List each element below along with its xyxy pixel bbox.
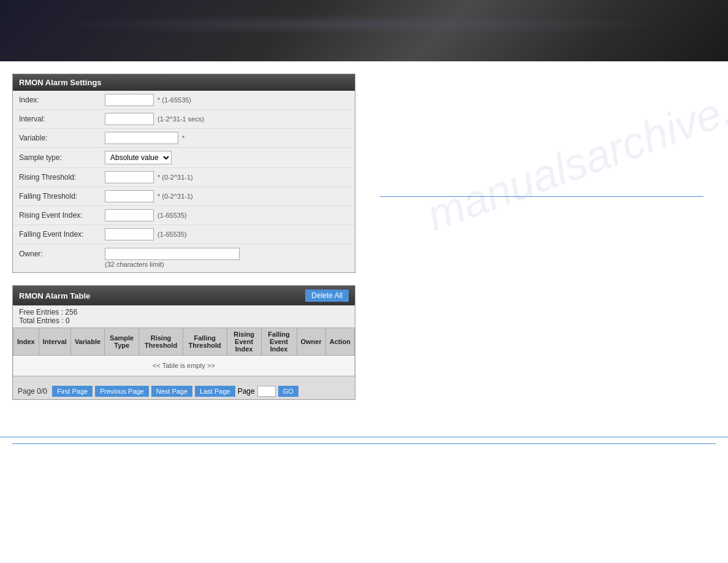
falling-event-index-label: Falling Event Index:: [19, 230, 105, 239]
rising-event-index-hint: (1-65535): [157, 212, 187, 219]
empty-row: << Table is empty >>: [13, 356, 355, 376]
index-row: Index: * (1-65535): [13, 91, 355, 110]
rising-threshold-hint: * (0-2^31-1): [157, 174, 193, 181]
col-falling-event-index: Falling Event Index: [261, 328, 297, 356]
rising-event-index-label: Rising Event Index:: [19, 211, 105, 220]
alarm-table-panel: RMON Alarm Table Delete All Free Entries…: [12, 285, 355, 400]
right-link-divider: [380, 196, 703, 197]
page-label: Page: [238, 387, 255, 396]
previous-page-button[interactable]: Previous Page: [95, 386, 149, 397]
owner-input[interactable]: [105, 248, 240, 260]
rising-threshold-row: Rising Threshold: * (0-2^31-1): [13, 168, 355, 187]
col-index: Index: [13, 328, 39, 356]
variable-input[interactable]: [105, 132, 178, 144]
table-header-row: Index Interval Variable Sample Type Risi…: [13, 328, 355, 356]
variable-row: Variable: *: [13, 129, 355, 148]
delete-all-button[interactable]: Delete All: [305, 289, 349, 302]
empty-message: << Table is empty >>: [13, 356, 355, 376]
col-owner: Owner: [297, 328, 325, 356]
alarm-table: Index Interval Variable Sample Type Risi…: [13, 327, 355, 376]
rising-threshold-input[interactable]: [105, 171, 154, 183]
col-variable: Variable: [70, 328, 104, 356]
falling-event-index-row: Falling Event Index: (1-65535): [13, 225, 355, 244]
first-page-button[interactable]: First Page: [52, 386, 93, 397]
watermark: manualsarchive.com: [420, 55, 728, 241]
falling-threshold-row: Falling Threshold: * (0-2^31-1): [13, 187, 355, 206]
sample-type-row: Sample type: Absolute value Delta value: [13, 148, 355, 168]
alarm-settings-panel: RMON Alarm Settings Index: * (1-65535) I…: [12, 74, 355, 273]
owner-row: Owner: (32 characters limit): [13, 244, 355, 272]
sample-type-select[interactable]: Absolute value Delta value: [105, 151, 172, 164]
falling-event-index-hint: (1-65535): [157, 231, 187, 238]
variable-hint: *: [182, 134, 184, 142]
right-panel: manualsarchive.com: [368, 74, 716, 400]
table-container: Index Interval Variable Sample Type Risi…: [13, 327, 355, 376]
rising-threshold-label: Rising Threshold:: [19, 173, 105, 182]
free-entries-info: Free Entries : 256 Total Entries : 0: [13, 305, 355, 327]
owner-label: Owner:: [19, 250, 105, 258]
header-banner: [0, 0, 728, 61]
alarm-settings-title: RMON Alarm Settings: [13, 74, 355, 91]
index-label: Index:: [19, 96, 105, 104]
interval-row: Interval: (1-2^31-1 secs): [13, 110, 355, 129]
page-number-input[interactable]: [257, 386, 276, 397]
next-page-button[interactable]: Next Page: [151, 386, 192, 397]
interval-input[interactable]: [105, 113, 154, 125]
index-hint: * (1-65535): [157, 96, 191, 104]
col-interval: Interval: [39, 328, 70, 356]
last-page-button[interactable]: Last Page: [195, 386, 235, 397]
alarm-settings-body: Index: * (1-65535) Interval: (1-2^31-1 s…: [13, 91, 355, 272]
rising-event-index-row: Rising Event Index: (1-65535): [13, 206, 355, 225]
sample-type-label: Sample type:: [19, 153, 105, 162]
alarm-table-title: RMON Alarm Table: [19, 291, 90, 301]
col-falling-threshold: Falling Threshold: [183, 328, 227, 356]
falling-event-index-input[interactable]: [105, 228, 154, 240]
left-panel: RMON Alarm Settings Index: * (1-65535) I…: [12, 74, 355, 400]
col-action: Action: [325, 328, 354, 356]
variable-label: Variable:: [19, 134, 105, 142]
col-rising-threshold: Rising Threshold: [139, 328, 183, 356]
index-input[interactable]: [105, 94, 154, 106]
col-rising-event-index: Rising Event Index: [227, 328, 261, 356]
footer: [0, 437, 728, 450]
col-sample-type: Sample Type: [105, 328, 139, 356]
rising-event-index-input[interactable]: [105, 209, 154, 221]
go-button[interactable]: GO: [278, 386, 298, 397]
page-info: Page 0/0: [18, 387, 47, 396]
owner-hint: (32 characters limit): [105, 261, 164, 268]
falling-threshold-label: Falling Threshold:: [19, 192, 105, 201]
interval-label: Interval:: [19, 115, 105, 123]
pagination-bar: Page 0/0 First Page Previous Page Next P…: [13, 383, 355, 399]
falling-threshold-input[interactable]: [105, 190, 154, 202]
falling-threshold-hint: * (0-2^31-1): [157, 193, 193, 200]
table-scrollbar[interactable]: [13, 376, 355, 383]
alarm-table-header: RMON Alarm Table Delete All: [13, 286, 355, 305]
interval-hint: (1-2^31-1 secs): [157, 115, 204, 123]
